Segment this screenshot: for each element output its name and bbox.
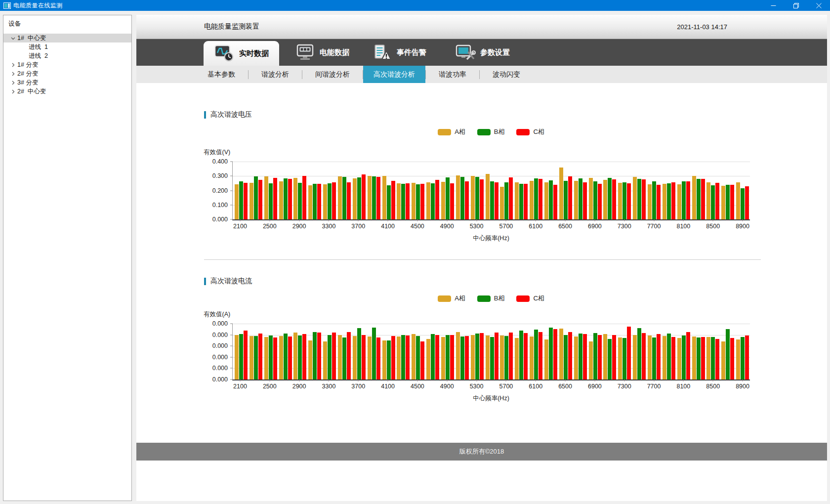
tree-item-4[interactable]: 2# 分变 xyxy=(3,69,131,78)
bar xyxy=(471,335,475,379)
x-tick-label: 5300 xyxy=(470,383,484,390)
main-tab-bar: 实时数据 电能数据 xyxy=(136,39,827,66)
realtime-data-icon xyxy=(214,44,235,62)
x-tick-label: 8900 xyxy=(736,383,749,390)
bar xyxy=(353,336,357,379)
x-tick-label: 7300 xyxy=(618,383,631,390)
harmonic-current-section: 高次谐波电流 A相B相C相 有效值(A) 0.0000.0000.0000.00… xyxy=(136,277,827,403)
subtab-3[interactable]: 高次谐波分析 xyxy=(363,66,425,83)
bar xyxy=(357,177,361,219)
tab-param-settings[interactable]: 参数设置 xyxy=(455,39,510,66)
subtab-4[interactable]: 谐波功率 xyxy=(426,66,479,83)
chevron-right-icon[interactable] xyxy=(8,81,17,85)
bar xyxy=(509,177,513,219)
bar xyxy=(598,184,602,219)
bar xyxy=(715,339,719,379)
bar-group-5500 xyxy=(485,333,499,379)
bar xyxy=(347,332,351,379)
x-tick-mark xyxy=(594,219,595,221)
bar xyxy=(460,336,464,379)
chevron-right-icon[interactable] xyxy=(8,89,17,94)
chevron-down-icon[interactable] xyxy=(8,36,17,41)
x-tick-mark xyxy=(536,379,536,381)
bar xyxy=(264,337,268,379)
x-tick-label: 3300 xyxy=(322,383,336,390)
legend-item: B相 xyxy=(477,294,505,303)
bar xyxy=(657,334,661,379)
x-axis-title: 中心频率(Hz) xyxy=(232,234,750,243)
y-tick-mark xyxy=(230,379,233,380)
restore-button[interactable] xyxy=(785,0,807,11)
subtab-2[interactable]: 间谐波分析 xyxy=(302,66,363,83)
bar xyxy=(519,331,523,379)
bar xyxy=(534,330,538,379)
y-tick-mark xyxy=(230,162,233,162)
x-tick-label: 4500 xyxy=(411,383,424,390)
tree-item-2[interactable]: 进线 2 xyxy=(3,51,131,60)
bar-group-8700 xyxy=(720,185,735,219)
chart-wrap: 有效值(A) 0.0000.0000.0000.0000.0000.000210… xyxy=(232,324,750,403)
tree-item-3[interactable]: 1# 分变 xyxy=(3,60,131,69)
tree-item-1[interactable]: 进线 1 xyxy=(3,42,131,51)
x-tick-mark xyxy=(299,379,299,381)
bar xyxy=(706,182,710,219)
main-content: 电能质量监测装置 2021-11-03 14:17 实时数据 xyxy=(136,15,827,501)
x-tick-mark xyxy=(447,219,447,221)
x-tick-label: 6100 xyxy=(529,383,542,390)
x-tick-label: 5300 xyxy=(470,223,484,230)
bar-group-2100 xyxy=(234,331,249,379)
bar xyxy=(401,184,405,219)
bar-group-6700 xyxy=(573,178,588,219)
bar-group-6500 xyxy=(558,168,573,219)
bar xyxy=(697,179,701,219)
x-tick-label: 4100 xyxy=(381,223,395,230)
y-tick-label: 0.000 xyxy=(212,332,228,338)
chevron-right-icon[interactable] xyxy=(8,63,17,67)
x-tick-label: 3700 xyxy=(351,223,365,230)
tree-item-label: 进线 2 xyxy=(29,52,48,60)
y-tick-mark xyxy=(230,346,233,346)
bar xyxy=(387,185,391,219)
close-button[interactable] xyxy=(807,0,830,11)
bars-container xyxy=(234,162,750,219)
bar xyxy=(254,336,258,379)
tab-event-alarm[interactable]: 事件告警 xyxy=(373,39,426,66)
bar-group-6300 xyxy=(543,180,558,219)
bar-group-6100 xyxy=(529,330,543,379)
tree-item-6[interactable]: 2# 中心变 xyxy=(3,87,131,96)
bar xyxy=(353,178,357,219)
bar xyxy=(235,184,239,219)
bar-group-3700 xyxy=(352,328,367,379)
timestamp: 2021-11-03 14:17 xyxy=(677,15,727,39)
bar xyxy=(460,177,464,219)
bar xyxy=(726,329,730,379)
tab-energy-data[interactable]: 电能数据 xyxy=(295,39,349,66)
bar xyxy=(490,337,494,379)
bar xyxy=(559,329,563,379)
tree-item-5[interactable]: 3# 分变 xyxy=(3,78,131,87)
minimize-button[interactable] xyxy=(762,0,785,11)
close-icon xyxy=(816,3,822,8)
bar xyxy=(633,335,637,379)
bar xyxy=(736,182,740,219)
bar xyxy=(692,336,696,379)
x-tick-label: 7700 xyxy=(647,223,661,230)
bar-group-6500 xyxy=(558,329,573,379)
tree-item-0[interactable]: 1# 中心变 xyxy=(3,34,131,42)
x-tick-label: 2500 xyxy=(263,223,277,230)
bar xyxy=(648,336,652,379)
bar-group-5700 xyxy=(499,177,514,219)
subtab-5[interactable]: 波动闪变 xyxy=(480,66,533,83)
bar-group-7300 xyxy=(617,327,632,379)
tab-label: 实时数据 xyxy=(239,49,269,58)
bar xyxy=(686,181,690,219)
bar xyxy=(730,338,734,379)
bar xyxy=(711,185,715,219)
bar-group-4900 xyxy=(440,335,455,379)
chevron-right-icon[interactable] xyxy=(8,72,17,76)
tab-realtime-data[interactable]: 实时数据 xyxy=(204,41,279,66)
subtab-1[interactable]: 谐波分析 xyxy=(249,66,302,83)
y-tick-mark xyxy=(230,219,233,220)
subtab-0[interactable]: 基本参数 xyxy=(195,66,248,83)
y-tick-mark xyxy=(230,335,233,335)
